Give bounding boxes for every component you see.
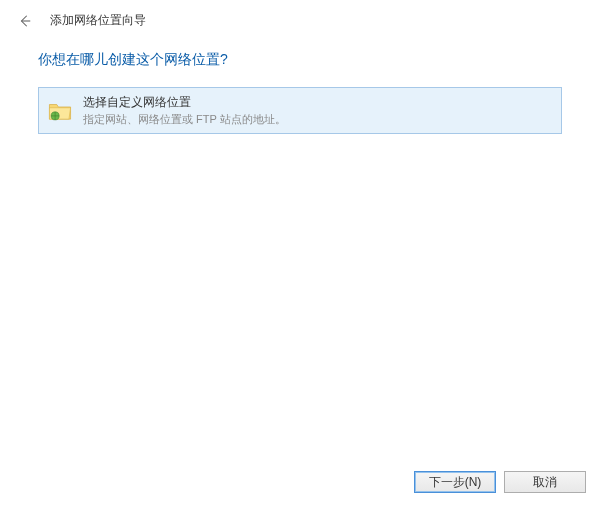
window-title: 添加网络位置向导 — [50, 12, 146, 29]
back-arrow-icon — [18, 14, 32, 28]
option-description: 指定网站、网络位置或 FTP 站点的地址。 — [83, 112, 286, 127]
wizard-header: 添加网络位置向导 — [0, 0, 600, 41]
wizard-content: 你想在哪儿创建这个网络位置? 选择自定义网络位置 指定网站、网络位置或 FTP … — [0, 41, 600, 134]
button-bar: 下一步(N) 取消 — [414, 471, 586, 493]
back-button[interactable] — [18, 14, 32, 28]
option-title: 选择自定义网络位置 — [83, 94, 286, 111]
option-text: 选择自定义网络位置 指定网站、网络位置或 FTP 站点的地址。 — [83, 94, 286, 127]
cancel-button[interactable]: 取消 — [504, 471, 586, 493]
custom-location-option[interactable]: 选择自定义网络位置 指定网站、网络位置或 FTP 站点的地址。 — [38, 87, 562, 134]
folder-icon — [47, 98, 73, 124]
page-heading: 你想在哪儿创建这个网络位置? — [38, 51, 562, 69]
next-button[interactable]: 下一步(N) — [414, 471, 496, 493]
